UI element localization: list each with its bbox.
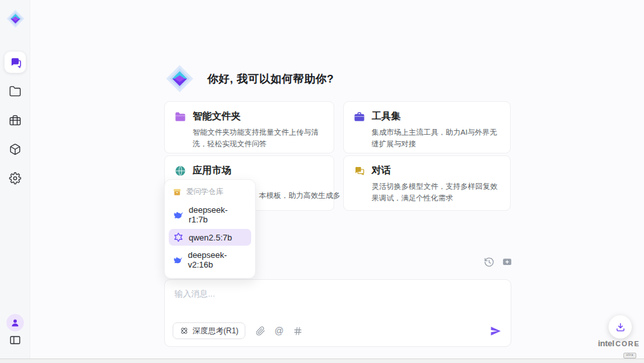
brand-ultra-badge: ultra <box>623 353 636 358</box>
briefcase-icon <box>354 111 365 123</box>
model-repo-label: 爱问学仓库 <box>186 187 223 197</box>
sidebar-item-chat[interactable] <box>5 52 26 73</box>
sidebar-item-toolbox[interactable] <box>0 114 30 126</box>
model-option-deepseek-r1[interactable]: deepseek-r1:7b <box>169 202 251 228</box>
window-bottom-edge <box>0 358 644 363</box>
folder-icon <box>9 85 21 97</box>
greeting-title: 你好, 我可以如何帮助你? <box>207 72 334 86</box>
model-option-label: deepseek-r1:7b <box>189 205 247 224</box>
card-title: 应用市场 <box>193 164 231 177</box>
folder-icon <box>175 111 186 123</box>
intel-core-logo: intel CORE ultra <box>596 339 641 358</box>
storage-box-icon <box>173 188 182 197</box>
briefcase-icon <box>9 114 21 126</box>
user-avatar[interactable] <box>6 314 24 331</box>
card-description: 灵活切换多模型文件，支持多样回复效果调试，满足个性化需求 <box>372 181 502 204</box>
card-title: 智能文件夹 <box>193 110 241 123</box>
paperclip-icon[interactable] <box>256 326 265 336</box>
new-chat-icon[interactable] <box>502 257 513 268</box>
atom-icon <box>180 326 189 335</box>
app-logo <box>6 9 25 28</box>
user-avatar-icon <box>10 318 20 328</box>
send-icon <box>489 325 502 337</box>
at-mention-icon[interactable]: @ <box>274 326 283 335</box>
chat-bubbles-icon <box>354 165 365 177</box>
message-input[interactable] <box>165 280 511 313</box>
brand-intel: intel <box>598 339 614 348</box>
brand-core: CORE <box>616 340 640 348</box>
model-dropdown-header: 爱问学仓库 <box>169 184 251 201</box>
card-title: 对话 <box>372 164 391 177</box>
cube-icon <box>9 143 21 155</box>
card-description: 集成市场上主流工具，助力AI与外界无缝扩展与对接 <box>372 127 502 150</box>
chat-icon <box>9 56 21 68</box>
message-composer: 深度思考(R1) @ <box>164 279 511 347</box>
model-option-qwen[interactable]: qwen2.5:7b <box>169 229 251 246</box>
model-option-deepseek-v2[interactable]: deepseek-v2:16b <box>169 247 251 273</box>
download-button[interactable] <box>609 315 632 338</box>
conversation-tools <box>484 257 513 268</box>
qwen-icon <box>173 232 184 242</box>
composer-attachments: @ <box>256 326 302 336</box>
card-title: 工具集 <box>372 110 401 123</box>
composer-toolbar: 深度思考(R1) @ <box>173 322 502 339</box>
panel-icon <box>9 334 21 346</box>
sidebar <box>0 0 30 363</box>
card-toolset[interactable]: 工具集 集成市场上主流工具，助力AI与外界无缝扩展与对接 <box>343 101 511 153</box>
model-option-label: qwen2.5:7b <box>189 233 232 242</box>
deepseek-icon <box>173 210 184 220</box>
history-icon[interactable] <box>484 257 495 268</box>
model-dropdown-menu: 爱问学仓库 deepseek-r1:7b qwen2.5:7b deepseek… <box>164 179 256 279</box>
hash-icon[interactable] <box>293 326 303 336</box>
sidebar-item-settings[interactable] <box>0 172 30 184</box>
app-window: 你好, 我可以如何帮助你? 智能文件夹 智能文件夹功能支持批量文件上传与清洗，轻… <box>0 0 644 363</box>
deepseek-icon <box>173 255 183 265</box>
deep-think-toggle[interactable]: 深度思考(R1) <box>173 322 245 339</box>
globe-icon <box>175 165 186 177</box>
card-description: 智能文件夹功能支持批量文件上传与清洗，轻松实现文件问答 <box>193 127 326 150</box>
sidebar-collapse-button[interactable] <box>0 334 30 346</box>
card-description-fragment: 本模板，助力高效生成多 <box>259 191 341 201</box>
gear-icon <box>9 172 21 184</box>
sidebar-item-folders[interactable] <box>0 85 30 97</box>
greeting-block: 你好, 我可以如何帮助你? <box>165 64 334 93</box>
card-dialogue[interactable]: 对话 灵活切换多模型文件，支持多样回复效果调试，满足个性化需求 <box>343 155 511 211</box>
assistant-logo-icon <box>165 64 194 93</box>
send-button[interactable] <box>489 325 502 337</box>
card-smart-folder[interactable]: 智能文件夹 智能文件夹功能支持批量文件上传与清洗，轻松实现文件问答 <box>164 101 334 153</box>
deep-think-label: 深度思考(R1) <box>193 326 238 337</box>
sidebar-item-models[interactable] <box>0 143 30 155</box>
model-option-label: deepseek-v2:16b <box>188 250 247 270</box>
download-icon <box>615 322 626 333</box>
